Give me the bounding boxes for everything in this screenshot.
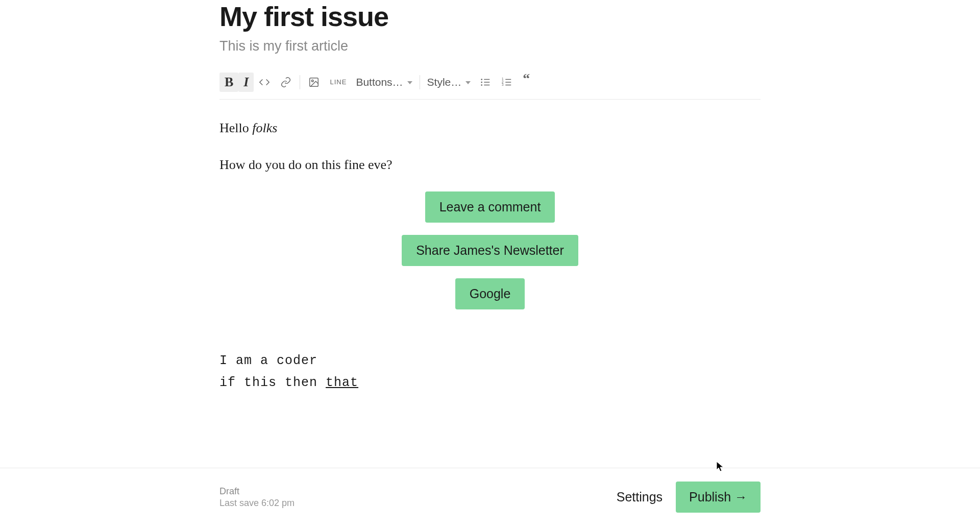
svg-text:3: 3 [502,83,504,86]
ordered-list-button[interactable]: 123 [496,73,518,92]
settings-button[interactable]: Settings [617,490,663,504]
bullet-list-button[interactable] [475,73,496,92]
share-newsletter-button[interactable]: Share James's Newsletter [402,235,578,266]
link-button[interactable] [275,73,297,92]
chevron-down-icon [407,81,412,84]
style-dropdown-label: Style… [427,76,462,88]
editor-content[interactable]: Hello folks How do you do on this fine e… [219,118,761,394]
line-button[interactable]: LINE [325,73,352,92]
svg-point-1 [312,80,314,82]
image-button[interactable] [303,73,325,92]
code-block[interactable]: I am a coder if this then that [219,350,761,394]
svg-point-4 [481,81,483,83]
toolbar-divider [300,75,300,89]
editor-toolbar: B I LINE Buttons… Style… 123 “ [219,73,761,100]
code-link[interactable]: that [326,375,358,390]
code-line: I am a coder [219,350,761,372]
buttons-dropdown-label: Buttons… [356,76,403,88]
svg-point-2 [481,79,483,80]
draft-label: Draft [219,486,295,497]
paragraph[interactable]: How do you do on this fine eve? [219,155,761,175]
last-save-label: Last save 6:02 pm [219,498,295,509]
style-dropdown[interactable]: Style… [423,73,475,92]
google-button[interactable]: Google [455,278,525,309]
toolbar-divider [420,75,420,89]
italic-button[interactable]: I [238,73,254,92]
publish-button[interactable]: Publish → [676,482,761,513]
bold-button[interactable]: B [219,73,238,92]
paragraph[interactable]: Hello folks [219,118,761,138]
post-title[interactable]: My first issue [219,0,761,33]
chevron-down-icon [465,81,471,84]
post-subtitle[interactable]: This is my first article [219,38,761,54]
leave-comment-button[interactable]: Leave a comment [425,191,555,223]
code-button[interactable] [254,73,275,92]
text: Hello [219,121,252,135]
svg-point-6 [481,84,483,86]
buttons-dropdown[interactable]: Buttons… [352,73,416,92]
editor-footer: Draft Last save 6:02 pm Settings Publish… [0,468,980,529]
code-line: if this then that [219,372,761,394]
footer-status: Draft Last save 6:02 pm [219,486,295,509]
italic-text: folks [252,121,277,135]
code-text: if this then [219,375,326,390]
content-buttons: Leave a comment Share James's Newsletter… [219,191,761,309]
blockquote-button[interactable]: “ [518,73,532,92]
